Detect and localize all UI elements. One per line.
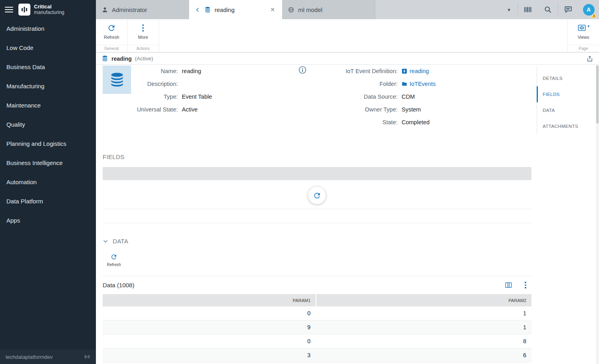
subnav-item-data[interactable]: DATA: [537, 102, 596, 118]
detail-value-state: Completed: [402, 116, 533, 129]
tab-reading[interactable]: reading ✕: [189, 0, 282, 19]
views-eye-icon: [577, 24, 586, 32]
fields-section-title: FIELDS: [103, 153, 124, 160]
event-table-icon: [204, 6, 211, 13]
main-area: Administrator reading ✕ ml model ▾: [96, 0, 599, 364]
column-header-param2[interactable]: PARAM2: [316, 294, 531, 306]
details-right-column: IoT Event Definition: reading Folder: Io…: [320, 65, 533, 129]
tab-label: Administrator: [112, 6, 147, 13]
more-button[interactable]: More: [131, 23, 155, 40]
sidebar-item-manufacturing[interactable]: Manufacturing: [0, 77, 96, 96]
brand-name-bottom: manufacturing: [34, 10, 64, 15]
sidebar-item-low-code[interactable]: Low Code: [0, 38, 96, 58]
sidebar-item-maintenance[interactable]: Maintenance: [0, 96, 96, 115]
sidebar-nav: Administration Low Code Business Data Ma…: [0, 19, 96, 350]
popout-button[interactable]: [586, 55, 593, 62]
page-content: Name: reading Description: Type: Event T…: [96, 65, 596, 364]
tab-bar: Administrator reading ✕ ml model ▾: [96, 0, 599, 19]
search-button[interactable]: [538, 0, 558, 19]
detail-label: Description:: [96, 78, 178, 90]
detail-label: State:: [320, 116, 398, 129]
iot-event-definition-link[interactable]: reading: [402, 65, 533, 78]
sidebar-item-automation[interactable]: Automation: [0, 173, 96, 192]
brand-icon: [18, 4, 30, 16]
search-icon: [543, 5, 552, 14]
sidebar-item-business-intelligence[interactable]: Business Intelligence: [0, 153, 96, 173]
data-table-card: Data (1008) PARAM1 PARAM2 0 1: [103, 276, 531, 362]
table-row[interactable]: 3 6: [103, 348, 531, 362]
table-cell: 6: [316, 348, 531, 362]
collapse-chevron-icon[interactable]: [103, 239, 108, 244]
tab-overflow-dropdown-icon[interactable]: ▾: [507, 7, 510, 13]
table-menu-icon[interactable]: [523, 281, 528, 289]
subnav-item-details[interactable]: DETAILS: [537, 70, 596, 86]
more-icon: [139, 24, 147, 32]
sidebar-item-administration[interactable]: Administration: [0, 19, 96, 38]
feedback-button[interactable]: [558, 0, 578, 19]
sidebar-item-data-platform[interactable]: Data Platform: [0, 192, 96, 211]
popout-icon: [586, 55, 593, 62]
subnav-item-attachments[interactable]: ATTACHMENTS: [537, 118, 596, 134]
vertical-scrollbar[interactable]: [596, 65, 599, 364]
user-avatar[interactable]: A: [578, 0, 599, 19]
folder-link[interactable]: IoTEvents: [402, 78, 533, 90]
broadcast-icon: [84, 354, 90, 360]
user-icon: [101, 6, 108, 13]
scrollbar-thumb[interactable]: [596, 66, 599, 123]
tab-strip-space: ▾: [375, 0, 517, 19]
sidebar-header: Critical manufacturing: [0, 0, 96, 19]
globe-icon: [288, 6, 295, 13]
ribbon-group-label-general: General: [96, 45, 127, 52]
subnav-item-fields[interactable]: FIELDS: [537, 86, 596, 102]
refresh-icon: [107, 24, 116, 32]
data-refresh-button[interactable]: Refresh: [102, 253, 125, 267]
refresh-label: Refresh: [104, 35, 119, 40]
data-refresh-label: Refresh: [107, 263, 121, 267]
table-row[interactable]: 9 1: [103, 320, 531, 334]
entity-header: reading (Active): [96, 52, 599, 65]
views-label: Views: [577, 35, 589, 40]
views-button[interactable]: ▾ Views: [571, 23, 596, 40]
iot-event-icon: [402, 68, 407, 74]
data-table-body: 0 1 9 1 0 8 3 6: [103, 306, 531, 362]
detail-value-type: Event Table: [182, 90, 294, 103]
data-table-title-row: Data (1008): [103, 276, 531, 294]
table-cell: 9: [103, 320, 316, 334]
sidebar-item-planning-and-logistics[interactable]: Planning and Logistics: [0, 134, 96, 153]
views-caret-icon: ▾: [587, 24, 589, 28]
column-header-param1[interactable]: PARAM1: [103, 294, 316, 306]
table-cell: 0: [103, 306, 316, 320]
app-window: Critical manufacturing Administration Lo…: [0, 0, 599, 364]
table-cell: 3: [103, 348, 316, 362]
tab-administrator[interactable]: Administrator: [96, 0, 189, 19]
environment-label: techdataplatformdev: [6, 354, 53, 360]
detail-label: Folder:: [320, 78, 398, 90]
sidebar-item-apps[interactable]: Apps: [0, 211, 96, 230]
detail-value-name: reading: [182, 65, 294, 78]
menu-toggle-button[interactable]: [5, 7, 13, 12]
data-section-title: DATA: [113, 238, 128, 245]
column-chooser-icon[interactable]: [505, 281, 512, 289]
ribbon-group-label-page: Page: [568, 45, 599, 52]
barcode-scan-button[interactable]: [518, 0, 538, 19]
tab-ml-model[interactable]: ml model: [282, 0, 375, 19]
entity-state: (Active): [135, 56, 153, 62]
close-tab-button[interactable]: ✕: [269, 6, 277, 14]
avatar-initial: A: [587, 6, 591, 13]
table-row[interactable]: 0 8: [103, 334, 531, 348]
sidebar: Critical manufacturing Administration Lo…: [0, 0, 96, 364]
table-cell: 0: [103, 334, 316, 348]
chat-icon: [564, 5, 573, 14]
ribbon-group-label-actions: Actions: [127, 45, 159, 52]
entity-title: reading: [111, 56, 132, 62]
brand-name-top: Critical: [34, 4, 64, 10]
details-section: Name: reading Description: Type: Event T…: [96, 65, 596, 136]
refresh-button[interactable]: Refresh: [99, 23, 124, 40]
info-icon[interactable]: [299, 66, 306, 74]
data-table-title: Data (1008): [103, 282, 134, 288]
sidebar-item-business-data[interactable]: Business Data: [0, 58, 96, 77]
detail-label: IoT Event Definition:: [320, 65, 398, 78]
back-chevron-icon[interactable]: [195, 7, 201, 13]
table-row[interactable]: 0 1: [103, 306, 531, 320]
sidebar-item-quality[interactable]: Quality: [0, 115, 96, 134]
